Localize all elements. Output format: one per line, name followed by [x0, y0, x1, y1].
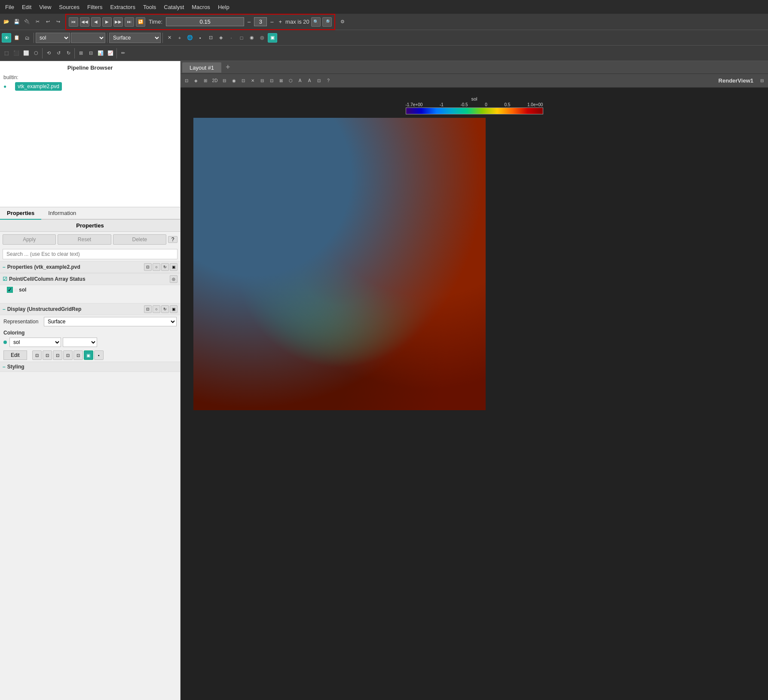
- delete-button[interactable]: Delete: [113, 234, 166, 245]
- render-area[interactable]: sol -1.7e+00 -1 -0.5 0 0.5 1.0e+00: [181, 88, 768, 700]
- display-toggle[interactable]: –: [3, 306, 6, 312]
- redo-icon[interactable]: ↪: [53, 17, 63, 27]
- disconnect-icon[interactable]: ✂: [33, 17, 42, 27]
- tb3-bar-icon[interactable]: 📈: [106, 49, 115, 58]
- rt-btn2[interactable]: ◈: [192, 77, 200, 85]
- menu-extractors[interactable]: Extractors: [107, 2, 139, 12]
- first-frame-btn[interactable]: ⏮: [69, 17, 78, 27]
- tab-properties[interactable]: Properties: [0, 207, 41, 220]
- menu-help[interactable]: Help: [214, 2, 233, 12]
- zoom-out-time-btn[interactable]: 🔎: [322, 17, 332, 27]
- array-toggle[interactable]: ☑: [3, 276, 7, 282]
- play-btn[interactable]: ▶: [102, 17, 112, 27]
- display-icon4[interactable]: ▣: [170, 305, 177, 313]
- tb3-chart-icon[interactable]: 📊: [96, 49, 105, 58]
- tb2-icon2[interactable]: 🗂: [22, 33, 32, 43]
- time-input[interactable]: [166, 17, 244, 26]
- display-icon3[interactable]: ↻: [161, 305, 169, 313]
- menu-macros[interactable]: Macros: [188, 2, 214, 12]
- tb3-icon9[interactable]: ⊟: [86, 49, 95, 58]
- tb3-icon7[interactable]: ↻: [64, 49, 73, 58]
- open-icon[interactable]: 📂: [2, 17, 11, 27]
- styling-toggle[interactable]: –: [3, 364, 6, 370]
- props-icon4[interactable]: ▣: [170, 263, 177, 271]
- edit-icon3[interactable]: ⊡: [53, 350, 62, 360]
- edit-icon2[interactable]: ⊡: [43, 350, 52, 360]
- tab-information[interactable]: Information: [41, 207, 83, 219]
- rt-btn8[interactable]: ✕: [248, 77, 257, 85]
- search-input[interactable]: [3, 249, 177, 259]
- rt-btn16[interactable]: ?: [324, 77, 333, 85]
- tb3-icon6[interactable]: ↺: [54, 49, 63, 58]
- connect-icon[interactable]: 🔌: [22, 17, 32, 27]
- edit-icon5[interactable]: ⊡: [73, 350, 83, 360]
- rt-btn14[interactable]: A: [305, 77, 314, 85]
- cross-icon[interactable]: ✕: [165, 33, 174, 43]
- props-icon1[interactable]: ⊡: [144, 263, 152, 271]
- edit-icon4[interactable]: ⊡: [63, 350, 73, 360]
- menu-view[interactable]: View: [36, 2, 55, 12]
- rt-btn3[interactable]: ⊞: [201, 77, 210, 85]
- rt-btn9[interactable]: ⊟: [258, 77, 266, 85]
- plus-icon[interactable]: +: [175, 33, 184, 43]
- array-icon1[interactable]: ◎: [170, 275, 177, 283]
- display-icon2[interactable]: ○: [153, 305, 160, 313]
- render-icon2[interactable]: ◉: [247, 33, 257, 43]
- coloring-dropdown[interactable]: sol: [9, 338, 61, 347]
- apply-button[interactable]: Apply: [3, 234, 56, 245]
- edit-icon1[interactable]: ⊡: [32, 350, 42, 360]
- step-fwd-btn[interactable]: ▶▶: [113, 17, 123, 27]
- globe-icon[interactable]: 🌐: [185, 33, 195, 43]
- rt-split-btn[interactable]: ⊟: [758, 77, 766, 85]
- menu-catalyst[interactable]: Catalyst: [160, 2, 187, 12]
- menu-tools[interactable]: Tools: [140, 2, 159, 12]
- menu-edit[interactable]: Edit: [18, 2, 35, 12]
- menu-sources[interactable]: Sources: [55, 2, 83, 12]
- pipeline-file-item[interactable]: vtk_example2.pvd: [15, 82, 62, 91]
- rt-btn4[interactable]: 2D: [211, 77, 219, 85]
- props-toggle[interactable]: –: [3, 264, 6, 270]
- reset-button[interactable]: Reset: [58, 234, 111, 245]
- zoom-in-time-btn[interactable]: 🔍: [311, 17, 321, 27]
- edit-button[interactable]: Edit: [3, 350, 27, 360]
- display-icon1[interactable]: ⊡: [144, 305, 152, 313]
- cell-icon[interactable]: □: [237, 33, 246, 43]
- loop-btn[interactable]: 🔁: [136, 17, 145, 27]
- tb3-icon3[interactable]: ⬜: [21, 49, 31, 58]
- rt-btn6[interactable]: ◉: [229, 77, 238, 85]
- rt-btn15[interactable]: ⊡: [315, 77, 323, 85]
- rt-btn7[interactable]: ⊡: [239, 77, 248, 85]
- step-back-btn[interactable]: ◀: [91, 17, 101, 27]
- render-active-icon[interactable]: ▣: [268, 33, 277, 43]
- source-select2[interactable]: [71, 33, 105, 43]
- layout-tab1[interactable]: Layout #1: [182, 62, 221, 73]
- last-frame-btn[interactable]: ⏭: [125, 17, 134, 27]
- props-icon2[interactable]: ○: [153, 263, 160, 271]
- box-icon[interactable]: ▪: [196, 33, 205, 43]
- tb3-edit-icon[interactable]: ✏: [118, 49, 128, 58]
- rt-btn5[interactable]: ⊟: [220, 77, 229, 85]
- rt-btn11[interactable]: ⊠: [277, 77, 285, 85]
- rt-btn13[interactable]: A: [296, 77, 304, 85]
- source-select[interactable]: sol: [36, 33, 70, 43]
- point-icon[interactable]: ·: [226, 33, 236, 43]
- menu-file[interactable]: File: [2, 2, 18, 12]
- add-layout-tab[interactable]: +: [222, 63, 234, 72]
- tb3-icon1[interactable]: ⬚: [2, 49, 11, 58]
- rt-btn12[interactable]: ⬡: [286, 77, 295, 85]
- rt-btn10[interactable]: ⊡: [267, 77, 276, 85]
- help-button[interactable]: ?: [168, 236, 177, 243]
- tb3-icon5[interactable]: ⟲: [44, 49, 53, 58]
- save-icon[interactable]: 💾: [12, 17, 21, 27]
- tb2-icon1[interactable]: 📋: [12, 33, 21, 43]
- frame-input[interactable]: [254, 17, 267, 26]
- rt-btn1[interactable]: ⊡: [182, 77, 191, 85]
- edit-icon7[interactable]: ▪: [94, 350, 104, 360]
- render-icon3[interactable]: ◎: [257, 33, 267, 43]
- representation-dropdown[interactable]: Surface: [44, 317, 177, 326]
- tb3-icon8[interactable]: ⊞: [76, 49, 86, 58]
- eye-icon[interactable]: 👁: [2, 33, 11, 43]
- zoom-fit-icon[interactable]: ⊡: [206, 33, 215, 43]
- undo-icon[interactable]: ↩: [43, 17, 52, 27]
- tb3-icon2[interactable]: ⬛: [12, 49, 21, 58]
